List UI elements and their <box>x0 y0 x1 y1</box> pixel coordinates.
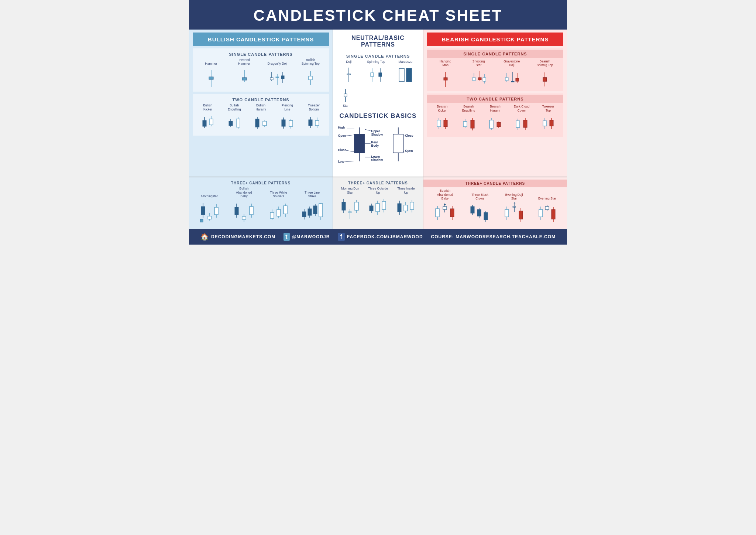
real-body-label: Real <box>371 141 378 144</box>
svg-rect-108 <box>200 219 203 222</box>
svg-rect-85 <box>444 120 447 127</box>
pattern-bearish-kicker: Bearish Kicker <box>433 105 451 133</box>
pattern-hanging-man: Hanging Man <box>437 59 454 88</box>
pattern-dark-cloud-cover-name: Dark Cloud Cover <box>513 105 530 112</box>
svg-rect-129 <box>319 204 323 217</box>
svg-rect-83 <box>437 120 441 127</box>
neutral-three-plus-label: THREE+ CANDLE PATTERNS <box>336 180 420 187</box>
home-icon: 🏠 <box>200 233 209 241</box>
svg-text:Shadow: Shadow <box>371 133 383 136</box>
dark-cloud-cover-svg <box>512 113 531 134</box>
bearish-kicker-svg <box>433 113 451 134</box>
inverted-hammer-svg <box>233 67 255 89</box>
pattern-gravestone-doji: Gravestone Doji <box>503 59 520 88</box>
svg-rect-150 <box>436 209 439 217</box>
svg-rect-119 <box>277 209 281 216</box>
svg-rect-146 <box>404 205 408 211</box>
pattern-bullish-engulfing: Bullish Engulfing <box>226 103 243 132</box>
svg-rect-101 <box>550 120 553 126</box>
svg-rect-34 <box>315 120 319 126</box>
svg-rect-24 <box>255 119 259 127</box>
bullish-single-grid: Hammer Inverted Hammer <box>195 58 327 89</box>
svg-rect-174 <box>545 207 549 209</box>
upper-shadow-label: Upper <box>371 130 381 133</box>
spinning-top-name: Spinning Top <box>367 60 385 64</box>
bullish-column: BULLISH CANDLESTICK PATTERNS SINGLE CAND… <box>189 30 333 177</box>
svg-rect-114 <box>250 207 253 215</box>
svg-line-49 <box>346 135 354 136</box>
close-label: Close <box>338 149 347 152</box>
bullish-header: BULLISH CANDLESTICK PATTERNS <box>193 33 329 46</box>
bearish-two-label: TWO CANDLE PATTERNS <box>427 95 563 103</box>
svg-rect-152 <box>443 207 447 209</box>
pattern-three-black-crows-name: Three Black Crows <box>469 193 491 200</box>
pattern-hammer-name: Hammer <box>205 62 217 65</box>
bullish-abandoned-baby-svg <box>232 199 256 223</box>
pattern-bullish-harami: Bullish Harami <box>252 103 270 132</box>
low-label: Low <box>338 160 344 163</box>
pattern-bearish-spinning-top-name: Bearish Spinnig Top <box>536 59 554 67</box>
bullish-two-grid: Bullish Kicker Bullish Engulfing <box>195 103 327 132</box>
three-black-crows-svg <box>469 201 491 225</box>
svg-rect-67 <box>472 78 475 81</box>
evening-star-svg <box>537 201 557 225</box>
pattern-gravestone-doji-name: Gravestone Doji <box>503 59 520 67</box>
svg-rect-9 <box>276 77 279 78</box>
pattern-bullish-abandoned-baby: Bullish Abandoned Baby <box>232 187 256 223</box>
marubozu-svg <box>396 65 415 85</box>
svg-rect-95 <box>516 121 520 127</box>
neutral-column: NEUTRAL/BASIC PATTERNS SINGLE CANDLE PAT… <box>333 30 423 177</box>
svg-rect-78 <box>516 78 519 81</box>
svg-rect-138 <box>370 206 373 211</box>
neutral-three-plus-grid: Morning Doji Star Three Outside Up <box>336 187 420 219</box>
pattern-three-white-soldiers: Three White Soldiers <box>268 191 290 223</box>
bullish-engulfing-svg <box>225 112 244 133</box>
bottom-three-plus-row: THREE+ CANDLE PATTERNS Morningstar <box>189 177 567 229</box>
svg-rect-176 <box>551 209 555 219</box>
close-right-label: Close <box>405 134 413 137</box>
svg-rect-156 <box>450 209 454 217</box>
footer-website-item: 🏠 DECODINGMARKETS.COM <box>200 233 275 241</box>
svg-rect-112 <box>242 217 246 219</box>
pattern-evening-star: Evening Star <box>537 197 557 225</box>
svg-rect-140 <box>376 204 379 212</box>
tweezer-top-svg <box>539 113 557 134</box>
evening-doji-star-svg: + <box>503 201 525 225</box>
svg-rect-133 <box>348 212 351 212</box>
svg-rect-76 <box>511 81 514 82</box>
main-container: CANDLESTICK CHEAT SHEET BULLISH CANDLEST… <box>189 0 567 245</box>
pattern-three-line-strike-name: Three Line Strike <box>301 191 323 198</box>
pattern-dark-cloud-cover: Dark Cloud Cover <box>513 105 530 133</box>
bullish-two-section: TWO CANDLE PATTERNS Bullish Kicker <box>193 94 329 135</box>
pattern-three-inside-up: Three Inside Up <box>396 187 416 219</box>
hammer-svg <box>200 67 222 89</box>
bearish-engulfing-svg <box>460 113 478 134</box>
svg-rect-80 <box>543 78 547 81</box>
svg-rect-46 <box>354 134 364 153</box>
svg-rect-125 <box>308 209 312 215</box>
basics-diagram-svg: High Open Close Low Upper Shadow Real Bo… <box>337 123 419 171</box>
bearish-two-grid: Bearish Kicker Bearish Engulfing <box>429 105 561 133</box>
svg-rect-69 <box>478 78 481 80</box>
pattern-shooting-star-name: Shooting Star <box>470 59 488 67</box>
neutral-star-row: Star <box>336 87 420 109</box>
svg-rect-41 <box>399 68 404 82</box>
star-name: Star <box>343 104 349 108</box>
bullish-harami-svg <box>252 112 270 133</box>
svg-rect-36 <box>347 74 351 75</box>
bearish-abandoned-baby-svg: + <box>433 201 457 225</box>
pattern-bearish-engulfing: Bearish Engulfing <box>460 105 478 133</box>
svg-rect-72 <box>483 78 486 81</box>
svg-rect-1 <box>209 77 213 79</box>
bearish-single-label: SINGLE CANDLE PATTERNS <box>427 50 563 58</box>
svg-line-53 <box>365 130 371 131</box>
svg-rect-26 <box>263 121 267 126</box>
three-line-strike-svg <box>301 199 323 223</box>
pattern-bullish-engulfing-name: Bullish Engulfing <box>226 103 243 111</box>
pattern-bullish-harami-name: Bullish Harami <box>252 103 270 111</box>
pattern-bullish-kicker: Bullish Kicker <box>199 103 217 132</box>
bullish-three-plus-section: THREE+ CANDLE PATTERNS Morningstar <box>189 177 333 229</box>
footer: 🏠 DECODINGMARKETS.COM t @MARWOODJB f FAC… <box>189 229 567 245</box>
svg-rect-40 <box>379 73 382 76</box>
svg-rect-160 <box>477 209 481 216</box>
